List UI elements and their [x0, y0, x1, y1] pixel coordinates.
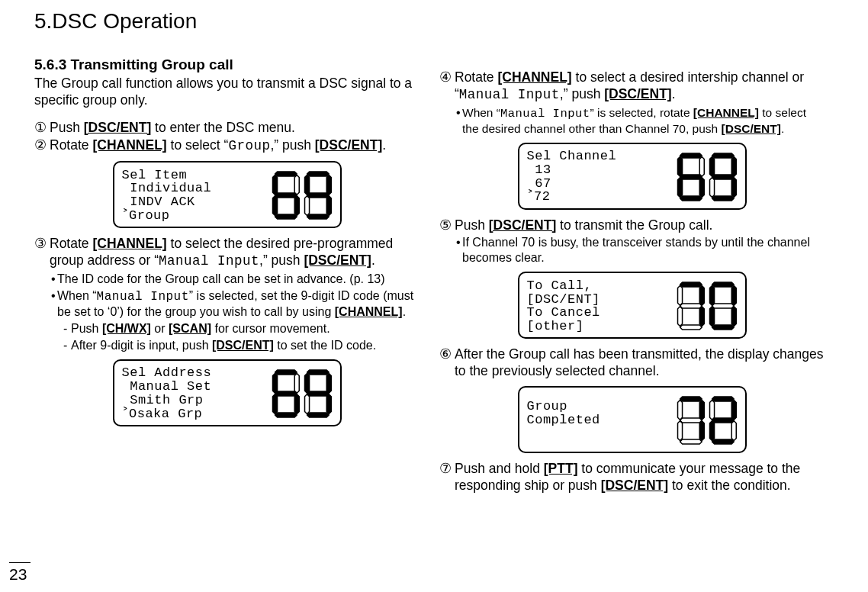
svg-marker-60	[677, 421, 682, 441]
channel-key: [CHANNEL]	[693, 106, 759, 119]
svg-marker-26	[304, 374, 309, 394]
text: After the Group call has been transmitte…	[455, 346, 825, 380]
svg-marker-20	[275, 391, 297, 396]
svg-marker-12	[304, 175, 309, 195]
seven-segment-digit	[677, 151, 706, 203]
dsc-ent-key: [DSC/ENT]	[304, 253, 371, 268]
text: After 9-digit is input, push	[71, 339, 212, 352]
svg-marker-17	[275, 413, 297, 417]
dash-item: - After 9-digit is input, push [DSC/ENT]…	[57, 338, 420, 353]
ptt-key: [PTT]	[544, 461, 578, 476]
svg-marker-47	[677, 286, 682, 306]
svg-marker-14	[275, 370, 297, 375]
svg-marker-22	[326, 374, 331, 394]
svg-marker-56	[680, 397, 702, 401]
text: ,” push	[270, 137, 314, 153]
svg-marker-36	[731, 156, 736, 176]
seven-segment-digit	[677, 394, 706, 446]
dsc-ent-key: [DSC/ENT]	[489, 217, 556, 233]
svg-marker-54	[709, 286, 714, 306]
step-number: ③	[34, 236, 50, 353]
svg-marker-67	[709, 421, 714, 441]
mono-manual-input: Manual Input	[159, 253, 259, 269]
svg-marker-68	[709, 401, 714, 420]
mono-manual-input: Manual Input	[500, 107, 590, 121]
step-3: ③ Rotate [CHANNEL] to select the desired…	[34, 236, 420, 353]
svg-marker-43	[699, 286, 704, 306]
svg-marker-19	[272, 374, 277, 394]
lcd-display-1: Sel Item Individual INDV ACK ˃Group	[113, 161, 342, 228]
text: Rotate	[50, 236, 92, 251]
svg-marker-25	[304, 394, 309, 414]
svg-marker-3	[275, 214, 297, 219]
text: to transmit the Group call.	[556, 217, 712, 233]
channel-key: [CHANNEL]	[497, 69, 571, 85]
seven-segment-digit	[709, 151, 738, 203]
lcd-channel-number	[677, 394, 738, 446]
text: for cursor movement.	[211, 322, 330, 335]
section-title: 5.6.3 Transmitting Group call	[34, 56, 420, 74]
svg-marker-32	[677, 177, 682, 197]
svg-marker-4	[272, 196, 277, 216]
svg-marker-58	[699, 421, 704, 441]
text: Rotate	[50, 137, 92, 153]
dsc-ent-key: [DSC/ENT]	[212, 339, 274, 352]
text: Rotate	[455, 69, 497, 85]
seven-segment-digit	[677, 280, 706, 332]
svg-marker-5	[272, 175, 277, 195]
svg-marker-48	[680, 304, 702, 308]
svg-marker-21	[307, 370, 329, 375]
svg-marker-1	[294, 175, 299, 195]
text: to exit the condition.	[668, 478, 791, 493]
svg-marker-9	[326, 196, 331, 216]
page-number: 23	[9, 562, 31, 584]
lcd-channel-number	[272, 169, 333, 221]
lcd-channel-number	[272, 368, 333, 420]
svg-marker-44	[699, 307, 704, 327]
step-number: ④	[439, 69, 455, 137]
bullet-dot: •	[455, 105, 462, 137]
svg-marker-8	[326, 175, 331, 195]
svg-marker-35	[712, 153, 734, 158]
bullet-dot: •	[455, 235, 462, 265]
lcd-display-5: Group Completed	[518, 386, 747, 453]
lcd-text: Group Completed	[527, 400, 600, 441]
seven-segment-digit	[304, 368, 333, 420]
svg-marker-2	[294, 196, 299, 216]
svg-marker-0	[275, 172, 297, 176]
dsc-ent-key: [DSC/ENT]	[84, 120, 151, 135]
bullet: • When “Manual Input” is selected, set t…	[50, 288, 420, 353]
svg-marker-63	[712, 397, 734, 401]
svg-marker-39	[709, 177, 714, 197]
left-column: 5.6.3 Transmitting Group call The Group …	[34, 56, 420, 494]
lcd-text: Sel Channel 13 67 ˃72	[527, 150, 617, 204]
text: .	[672, 86, 676, 101]
svg-marker-27	[307, 391, 329, 396]
step-number: ⑥	[439, 346, 455, 380]
text: Push and hold	[455, 461, 544, 476]
svg-marker-18	[272, 394, 277, 414]
bullet: • The ID code for the Group call can be …	[50, 272, 420, 287]
dsc-ent-key: [DSC/ENT]	[315, 137, 382, 153]
lcd-channel-number	[677, 151, 738, 203]
svg-marker-7	[307, 172, 329, 176]
svg-marker-37	[731, 177, 736, 197]
text: ” is selected, rotate	[590, 106, 693, 119]
svg-marker-29	[699, 156, 704, 176]
lcd-channel-number	[677, 280, 738, 332]
svg-marker-50	[731, 286, 736, 306]
svg-marker-33	[677, 156, 682, 176]
svg-marker-31	[680, 195, 702, 200]
svg-marker-49	[712, 282, 734, 287]
svg-marker-34	[680, 174, 702, 179]
channel-key: [CHANNEL]	[92, 236, 166, 251]
svg-marker-61	[677, 401, 682, 420]
text: The ID code for the Group call can be se…	[57, 272, 420, 287]
svg-marker-15	[294, 374, 299, 394]
bullet: • When “Manual Input” is selected, rotat…	[455, 105, 825, 137]
text: to set the ID code.	[274, 339, 376, 352]
text: .	[781, 122, 784, 135]
dsc-ent-key: [DSC/ENT]	[722, 122, 781, 135]
dash: -	[63, 321, 71, 336]
chapter-title: 5.DSC Operation	[34, 8, 834, 34]
